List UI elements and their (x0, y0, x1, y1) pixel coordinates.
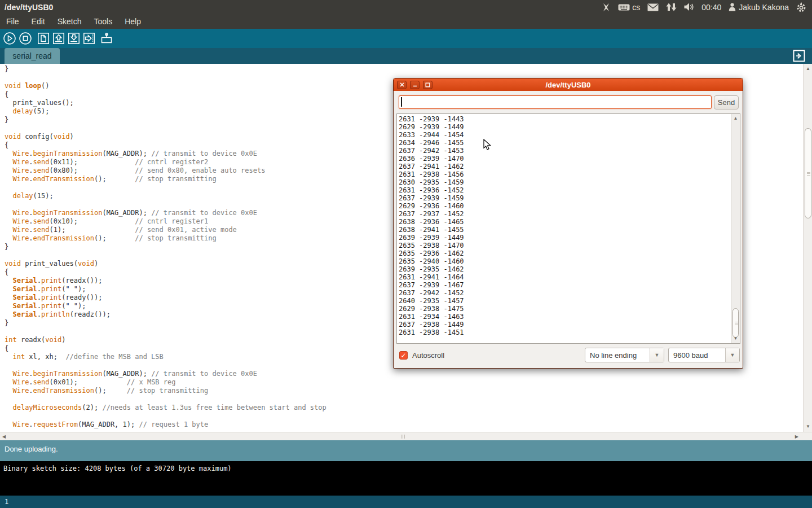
new-sketch-button[interactable] (37, 32, 50, 45)
serial-output-line: 2631 -2938 -1456 (399, 170, 740, 178)
serial-output-scrollbar[interactable]: ▲ ▼ (731, 114, 740, 343)
clock[interactable]: 00:40 (701, 3, 721, 12)
screen: /dev/ttyUSB0 cs 00:40 Jakub Kakona FileE… (0, 0, 812, 508)
serial-output-area[interactable]: 2631 -2939 -14432629 -2939 -14492633 -29… (396, 113, 740, 344)
editor-vertical-scrollbar[interactable]: ▲ ▼ (803, 64, 812, 432)
serial-output-line: 2630 -2935 -1459 (399, 178, 740, 186)
serial-scrollbar-thumb[interactable] (732, 308, 739, 338)
line-ending-dropdown[interactable]: No line ending ▼ (585, 348, 664, 362)
indicator-x-icon[interactable] (602, 3, 611, 12)
tab-label: serial_read (12, 51, 51, 60)
editor-horizontal-scrollbar[interactable]: ◀ ▶ (0, 432, 812, 441)
serial-output-line: 2629 -2938 -1475 (399, 305, 740, 313)
serial-output-line: 2635 -2936 -1462 (399, 249, 740, 257)
code-line (5, 412, 803, 421)
text-caret (401, 97, 402, 107)
scroll-down-arrow-icon[interactable]: ▼ (804, 424, 812, 430)
baud-rate-value: 9600 baud (669, 351, 725, 360)
status-bar: Done uploading. (0, 440, 812, 461)
serial-output-line: 2639 -2939 -1449 (399, 234, 740, 242)
serial-output-line: 2637 -2937 -1452 (399, 210, 740, 218)
serial-output-line: 2635 -2938 -1470 (399, 242, 740, 249)
scroll-up-arrow-icon[interactable]: ▲ (731, 116, 740, 121)
current-line-number: 1 (5, 498, 8, 506)
serial-output-line: 2629 -2939 -1449 (399, 123, 740, 131)
code-line (5, 395, 803, 404)
stop-button[interactable] (19, 32, 32, 45)
save-sketch-button[interactable] (67, 32, 81, 45)
user-name[interactable]: Jakub Kakona (739, 3, 789, 12)
scroll-right-arrow-icon[interactable]: ▶ (795, 434, 798, 439)
serial-output-line: 2637 -2938 -1449 (399, 321, 740, 329)
tab-menu-button[interactable] (793, 50, 805, 62)
code-line: Wire.requestFrom(MAG_ADDR, 1); // reques… (5, 421, 803, 429)
serial-output-line: 2638 -2941 -1455 (399, 226, 740, 234)
autoscroll-checkbox[interactable]: ✓ (399, 351, 408, 360)
serial-output-line: 2631 -2939 -1443 (399, 115, 740, 123)
serial-monitor-titlebar[interactable]: /dev/ttyUSB0 (394, 78, 743, 91)
tab-bar: serial_read (0, 48, 812, 64)
menu-file[interactable]: File (0, 14, 25, 29)
volume-icon[interactable] (684, 3, 694, 11)
serial-monitor-body: Send 2631 -2939 -14432629 -2939 -1449263… (394, 91, 743, 368)
scroll-up-arrow-icon[interactable]: ▲ (804, 66, 812, 72)
mail-icon[interactable] (647, 3, 659, 11)
serial-output-line: 2636 -2939 -1470 (399, 155, 740, 163)
menu-tools[interactable]: Tools (88, 14, 119, 29)
code-line: Wire.endTransmission(); // stop transmit… (5, 387, 803, 395)
verify-button[interactable] (3, 32, 16, 45)
code-line: Wire.send(0x01); // x MSB reg (5, 378, 803, 387)
scroll-down-arrow-icon[interactable]: ▼ (731, 336, 740, 341)
serial-output-line: 2637 -2939 -1467 (399, 281, 740, 289)
code-line: delayMicroseconds(2); //needs at least 1… (5, 404, 803, 412)
autoscroll-label: Autoscroll (412, 351, 444, 360)
minimize-button[interactable] (410, 81, 420, 89)
console-output: Binary sketch size: 4208 bytes (of a 307… (3, 465, 232, 472)
upload-button[interactable] (82, 32, 96, 45)
serial-output-line: 2637 -2941 -1462 (399, 163, 740, 170)
menu-bar: FileEditSketchToolsHelp (0, 14, 812, 29)
toolbar (0, 29, 812, 48)
tab-serial-read[interactable]: serial_read (5, 48, 60, 64)
serial-output-text: 2631 -2939 -14432629 -2939 -14492633 -29… (397, 114, 740, 336)
baud-rate-dropdown[interactable]: 9600 baud ▼ (668, 348, 740, 362)
serial-send-input[interactable] (399, 95, 712, 109)
scroll-left-arrow-icon[interactable]: ◀ (2, 434, 6, 439)
serial-output-line: 2629 -2936 -1460 (399, 202, 740, 210)
serial-output-line: 2639 -2935 -1462 (399, 265, 740, 273)
serial-output-line: 2638 -2936 -1465 (399, 218, 740, 226)
serial-output-line: 2637 -2942 -1453 (399, 147, 740, 155)
code-line: Wire.beginTransmission(MAG_ADDR); // tra… (5, 370, 803, 378)
menu-help[interactable]: Help (118, 14, 147, 29)
line-ending-value: No line ending (585, 351, 650, 360)
serial-output-line: 2637 -2942 -1452 (399, 289, 740, 297)
menu-sketch[interactable]: Sketch (51, 14, 88, 29)
serial-monitor-title: /dev/ttyUSB0 (394, 81, 743, 89)
window-title: /dev/ttyUSB0 (5, 3, 53, 12)
top-panel: /dev/ttyUSB0 cs 00:40 Jakub Kakona (0, 0, 812, 14)
keyboard-icon[interactable] (618, 3, 630, 11)
serial-monitor-window: /dev/ttyUSB0 Send 2631 -2939 -14432629 -… (393, 78, 743, 369)
horizontal-scrollbar-grip[interactable] (401, 435, 405, 439)
serial-output-line: 2631 -2941 -1464 (399, 273, 740, 281)
open-sketch-button[interactable] (52, 32, 65, 45)
network-arrows-icon[interactable] (666, 3, 677, 11)
keyboard-layout-label[interactable]: cs (632, 3, 640, 12)
send-button[interactable]: Send (714, 95, 739, 110)
serial-output-line: 2635 -2940 -1460 (399, 257, 740, 265)
session-gear-icon[interactable] (796, 2, 806, 12)
user-icon (729, 3, 736, 11)
build-console: Binary sketch size: 4208 bytes (of a 307… (0, 461, 812, 496)
serial-output-line: 2640 -2935 -1457 (399, 297, 740, 305)
maximize-button[interactable] (423, 81, 433, 89)
serial-monitor-button[interactable] (100, 32, 113, 45)
mouse-cursor (483, 139, 492, 153)
dropdown-arrow-icon: ▼ (650, 348, 664, 362)
close-button[interactable] (397, 81, 407, 89)
code-line: } (5, 65, 803, 73)
line-number-bar: 1 (0, 496, 812, 508)
serial-output-line: 2634 -2946 -1455 (399, 139, 740, 147)
editor-scrollbar-thumb[interactable] (805, 128, 811, 218)
menu-edit[interactable]: Edit (25, 14, 51, 29)
serial-output-line: 2631 -2938 -1451 (399, 329, 740, 336)
